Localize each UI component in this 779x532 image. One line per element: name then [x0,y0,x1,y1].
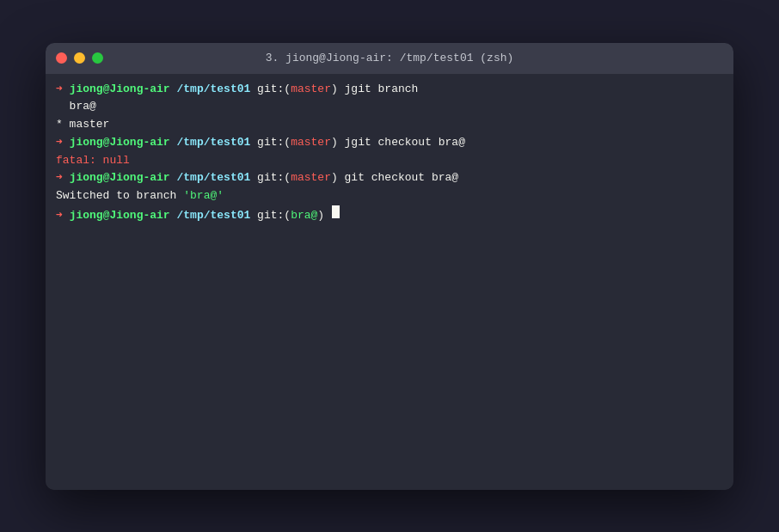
prompt-git-label: git:( [250,134,291,152]
traffic-lights [56,52,103,64]
output-branch-name: 'bra@' [183,187,224,205]
prompt-command: git checkout bra@ [338,169,458,187]
terminal-line: ➜ jiong@Jiong-air /tmp/test01 git:( mast… [56,169,723,187]
output-text: bra@ [56,98,96,116]
terminal-line: * master [56,116,723,134]
prompt-user-host: jiong@Jiong-air [70,169,170,187]
prompt-command: jgit checkout bra@ [338,134,465,152]
title-bar: 3. jiong@Jiong-air: /tmp/test01 (zsh) [46,43,733,74]
prompt-git-paren: ) [331,81,338,99]
prompt-path: /tmp/test01 [176,207,250,225]
output-switched-text: Switched to branch [56,187,183,205]
prompt-arrow: ➜ [56,207,70,225]
prompt-user-host: jiong@Jiong-air [70,81,170,99]
prompt-git-paren: ) [331,134,338,152]
prompt-git-branch: master [291,134,331,152]
prompt-command: jgit branch [338,81,419,99]
prompt-arrow: ➜ [56,81,70,99]
window-title: 3. jiong@Jiong-air: /tmp/test01 (zsh) [266,52,514,64]
prompt-space [170,134,177,152]
prompt-command [324,207,331,225]
prompt-path: /tmp/test01 [176,169,250,187]
prompt-git-label: git:( [250,81,291,99]
minimize-button[interactable] [74,52,85,64]
output-fatal: fatal: null [56,152,130,170]
prompt-user-host: jiong@Jiong-air [70,207,170,225]
output-text: * master [56,116,109,134]
terminal-line: ➜ jiong@Jiong-air /tmp/test01 git:( mast… [56,134,723,152]
terminal-body[interactable]: ➜ jiong@Jiong-air /tmp/test01 git:( mast… [46,74,733,490]
prompt-user-host: jiong@Jiong-air [70,134,170,152]
prompt-path: /tmp/test01 [176,134,250,152]
terminal-line: ➜ jiong@Jiong-air /tmp/test01 git:( bra@… [56,205,723,225]
prompt-git-paren: ) [331,169,338,187]
terminal-cursor [332,205,340,218]
prompt-path: /tmp/test01 [176,81,250,99]
prompt-space [170,207,177,225]
prompt-git-branch: master [291,169,331,187]
prompt-git-label: git:( [250,207,291,225]
terminal-line: fatal: null [56,152,723,170]
prompt-git-paren: ) [317,207,324,225]
terminal-window: 3. jiong@Jiong-air: /tmp/test01 (zsh) ➜ … [46,43,733,490]
close-button[interactable] [56,52,67,64]
terminal-line: ➜ jiong@Jiong-air /tmp/test01 git:( mast… [56,81,723,99]
prompt-git-branch: master [291,81,331,99]
prompt-arrow: ➜ [56,134,70,152]
maximize-button[interactable] [92,52,103,64]
terminal-line: bra@ [56,98,723,116]
prompt-space [170,169,177,187]
prompt-git-branch-bra: bra@ [291,207,317,225]
prompt-space [170,81,177,99]
prompt-git-label: git:( [250,169,291,187]
prompt-arrow: ➜ [56,169,70,187]
terminal-line: Switched to branch 'bra@' [56,187,723,205]
